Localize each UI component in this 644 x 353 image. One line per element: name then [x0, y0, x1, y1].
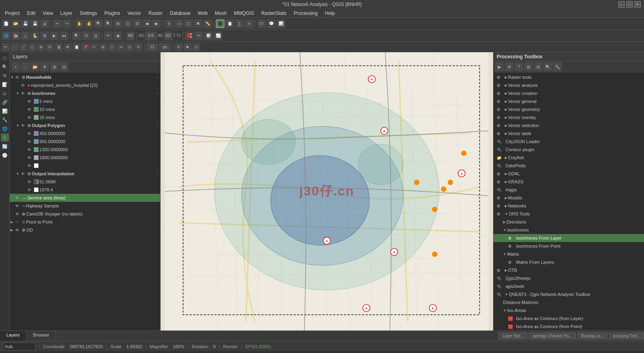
tb-pan[interactable]: ✋: [75, 19, 84, 28]
eye-icon[interactable]: 👁: [27, 140, 34, 144]
pt-contour-plugin[interactable]: 🔌 Contour plugin: [493, 146, 644, 154]
tb3-num[interactable]: 12: [146, 43, 158, 51]
pt-grass[interactable]: ⚙ ▶ GRASS: [493, 178, 644, 186]
eye-icon[interactable]: 👁: [15, 204, 22, 208]
pt-qgis2threejs[interactable]: 🔌 Qgis2threejs: [493, 274, 644, 282]
tb-zoom-prev[interactable]: ◀: [142, 19, 151, 28]
tb-tip[interactable]: 💬: [267, 19, 276, 28]
tb3-copy[interactable]: 📋: [72, 43, 80, 51]
pt-iso-contours-layer[interactable]: 🟥 Iso-Area as Contours (from Layer): [493, 314, 644, 322]
tb3-rotate[interactable]: ⟳: [46, 43, 54, 51]
layer-settings-btn[interactable]: ⋯: [155, 172, 159, 176]
tb3-edit[interactable]: ✏: [2, 43, 10, 51]
tb-labels[interactable]: 🏷: [257, 19, 266, 28]
eye-icon[interactable]: 👁: [27, 107, 34, 112]
hub-input[interactable]: [3, 343, 35, 351]
eye-icon[interactable]: 👁: [15, 212, 22, 216]
pt-matrix-from-layers[interactable]: ⚙ Matrix From Layers: [493, 258, 644, 266]
sidebar-icon-1[interactable]: ◻: [1, 54, 9, 62]
tb3-offset[interactable]: ⇥: [117, 43, 125, 51]
menu-project[interactable]: Project: [2, 10, 23, 17]
menu-layer[interactable]: Layer: [57, 10, 76, 17]
layer-row-1800[interactable]: 👁 1800.0000000: [10, 154, 160, 162]
tb2-ad2[interactable]: AD: [164, 31, 172, 40]
pt-matrix[interactable]: ▼ Matrix: [493, 250, 644, 258]
tb3-point[interactable]: ·: [10, 43, 19, 51]
tb2-zoom-native[interactable]: ⊟: [91, 31, 100, 40]
pt-vector-analysis[interactable]: ⚙ ▶ Vector analysis: [493, 81, 644, 89]
tb-select-poly[interactable]: ⬠: [184, 19, 193, 28]
lt-collapse[interactable]: ⊟: [60, 62, 68, 71]
tb2-python[interactable]: 🐍: [31, 31, 39, 40]
tb3-merge[interactable]: ⊞: [99, 43, 107, 51]
tb2-grid[interactable]: ⊞: [40, 31, 49, 40]
tb-attr-table[interactable]: 📋: [225, 19, 234, 28]
tb-zoom-out[interactable]: 🔍: [104, 19, 113, 28]
eye-icon[interactable]: 👁: [27, 164, 34, 168]
layer-row-1978[interactable]: 👁 1978.4: [10, 186, 160, 194]
eye-icon[interactable]: 👁: [27, 99, 34, 104]
layer-row-900[interactable]: 👁 900.0000000: [10, 138, 160, 146]
menu-help[interactable]: Help: [322, 10, 338, 17]
tb-save-as[interactable]: 💾: [31, 19, 39, 28]
tb-undo[interactable]: ↩: [53, 19, 62, 28]
pt-vector-table[interactable]: ⚙ ▶ Vector table: [493, 129, 644, 138]
layer-row-isochrones[interactable]: ▼ 👁 ⚙ Isochrones ⋯: [10, 89, 160, 97]
expand-arrow[interactable]: ▶: [10, 220, 15, 224]
menu-view[interactable]: View: [39, 10, 56, 17]
layer-row-empty-poly[interactable]: 👁: [10, 162, 160, 170]
menu-database[interactable]: Database: [167, 10, 194, 17]
tb-open[interactable]: 📂: [11, 19, 20, 28]
pt-cityjson[interactable]: 🔌 CityJSON Loader: [493, 138, 644, 146]
tb2-triangle[interactable]: △: [21, 31, 30, 40]
pt-vector-creation[interactable]: ⚙ ▶ Vector creation: [493, 89, 644, 97]
tb-zoom-full[interactable]: ⊞: [114, 19, 122, 28]
menu-raster[interactable]: Raster: [145, 10, 166, 17]
tb-layer-prop[interactable]: ≡: [245, 19, 254, 28]
pt-search[interactable]: 🔍: [543, 62, 552, 71]
menu-settings[interactable]: Settings: [76, 10, 100, 17]
pt-help[interactable]: ?: [514, 62, 523, 71]
tb2-search[interactable]: 🔍: [72, 31, 81, 40]
pt-otb[interactable]: ⚙ ▶ OTB: [493, 266, 644, 274]
eye-icon[interactable]: 👁: [27, 188, 34, 192]
eye-icon[interactable]: 👁: [21, 123, 27, 128]
pt-vector-geometry[interactable]: ⚙ ▶ Vector geometry: [493, 105, 644, 113]
sidebar-icon-6[interactable]: 🔗: [1, 98, 9, 106]
expand-arrow[interactable]: ▼: [10, 76, 15, 79]
layer-row-5mins[interactable]: 👁 5 mins: [10, 97, 160, 105]
eye-icon[interactable]: 👁: [27, 148, 34, 152]
tb2-3d[interactable]: 🎲: [204, 31, 213, 40]
layer-row-cartodb[interactable]: 👁 ⚙ CartoDB Voyager (no labels): [10, 210, 160, 218]
pt-dataplotly[interactable]: 🔌 DataPlotly: [493, 162, 644, 170]
layer-row-households[interactable]: ▼ 👁 ⚙ Households ⋯: [10, 73, 160, 81]
brtab-layer-style[interactable]: Layer Styl...: [499, 332, 527, 339]
tb-zoom-in[interactable]: 🔍: [94, 19, 103, 28]
tb3-fill[interactable]: ⧈: [134, 43, 142, 51]
tab-layers[interactable]: Layers: [0, 331, 27, 341]
layer-settings-btn[interactable]: ⋯: [155, 75, 159, 80]
expand-arrow[interactable]: ▼: [16, 92, 21, 95]
lt-expand[interactable]: ⊞: [50, 62, 59, 71]
tb3-node[interactable]: ⊕: [37, 43, 45, 51]
minimize-button[interactable]: ─: [618, 1, 625, 8]
sidebar-icon-4[interactable]: 📝: [1, 80, 9, 88]
pt-distance-matrices[interactable]: Distance Matrices: [493, 298, 644, 306]
tb-identify[interactable]: ℹ: [165, 19, 173, 28]
tb3-split[interactable]: ✂: [90, 43, 98, 51]
tb3-reshape[interactable]: ⬡: [108, 43, 116, 51]
pt-networks[interactable]: ⚙ ▶ Networks: [493, 202, 644, 210]
eye-icon[interactable]: 👁: [15, 196, 22, 200]
tb-pan-map[interactable]: 🤚: [85, 19, 93, 28]
eye-icon[interactable]: 👁: [27, 131, 34, 136]
tb2-snap[interactable]: 🧲: [185, 31, 194, 40]
pt-models[interactable]: ⚙ ▶ Models: [493, 194, 644, 202]
tb2-layers[interactable]: 📚: [11, 31, 20, 40]
layer-row-point-to-point[interactable]: ▶ 👁 ⚙ Point to Point: [10, 218, 160, 226]
layer-row-1350[interactable]: 👁 1350.0000000: [10, 146, 160, 154]
tb-select-active[interactable]: ⬛: [216, 19, 225, 28]
tb-select-rect[interactable]: ▭: [174, 19, 183, 28]
pt-isochrones-from-point[interactable]: ⚙ Isochrones From Point: [493, 242, 644, 250]
layer-row-hospital[interactable]: 👁 ● reprojected_amenity_hospital [22]: [10, 81, 160, 89]
layer-settings-btn[interactable]: ⋯: [155, 196, 159, 200]
